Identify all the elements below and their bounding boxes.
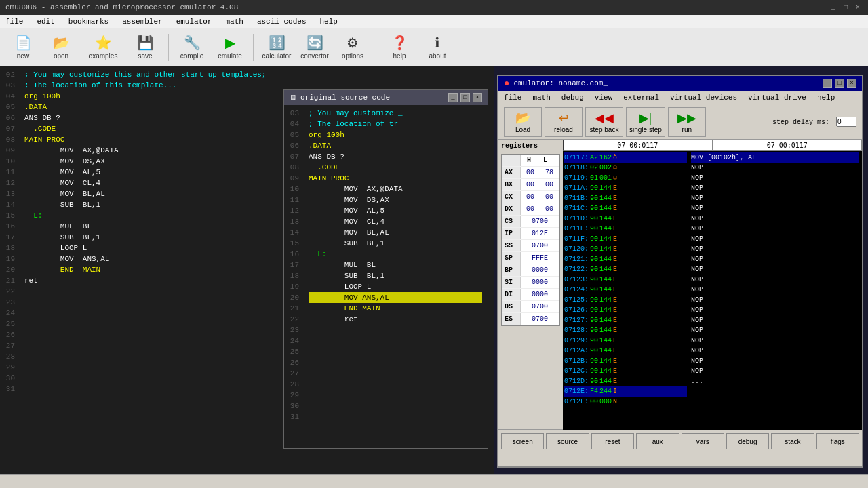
register-label: BX xyxy=(502,179,521,190)
source-code-line: MOV BL,AL xyxy=(309,227,482,238)
register-l-value[interactable]: 00 xyxy=(540,181,559,188)
memory-char: E xyxy=(613,315,617,325)
register-h-value[interactable]: 00 xyxy=(521,181,540,188)
emu-menu-external[interactable]: external xyxy=(620,94,662,102)
register-single-value[interactable]: 0000 xyxy=(521,291,559,298)
single-step-label: single step xyxy=(629,126,662,134)
convertor-button[interactable]: 🔄 convertor xyxy=(297,31,332,64)
source-code-line: org 100h xyxy=(309,129,482,140)
memory-row: 07128: 90 144 E xyxy=(564,325,687,336)
source-line-number: 19 xyxy=(288,281,299,292)
register-single-value[interactable]: 0700 xyxy=(521,218,559,225)
memory-hex2: 144 xyxy=(599,274,612,285)
close-btn[interactable]: × xyxy=(853,3,863,12)
calculator-button[interactable]: 🔢 calculator xyxy=(259,31,294,64)
menu-help[interactable]: help xyxy=(317,18,340,26)
register-single-value[interactable]: 0700 xyxy=(521,242,559,249)
menu-math[interactable]: math xyxy=(222,18,245,26)
source-minimize[interactable]: _ xyxy=(448,93,458,102)
emu-menu-virtual-devices[interactable]: virtual devices xyxy=(667,94,740,102)
new-button[interactable]: 📄 new xyxy=(5,31,41,64)
memory-row: 07124: 90 144 E xyxy=(564,285,687,295)
emulator-controls: _ □ × xyxy=(823,79,856,88)
emu-menu-file[interactable]: file xyxy=(501,94,524,102)
register-l-value[interactable]: 78 xyxy=(540,169,559,176)
menu-emulator[interactable]: emulator xyxy=(174,18,215,26)
emu-menu-math[interactable]: math xyxy=(530,94,553,102)
bottom-btn-screen[interactable]: screen xyxy=(501,433,544,449)
examples-button[interactable]: ⭐ examples xyxy=(81,31,125,64)
bottom-btn-debug[interactable]: debug xyxy=(726,433,769,449)
step-back-button[interactable]: ◀◀ step back xyxy=(585,107,623,137)
register-h-value[interactable]: 00 xyxy=(521,193,540,201)
register-single-value[interactable]: 012E xyxy=(521,230,559,237)
register-single-value[interactable]: 0000 xyxy=(521,266,559,274)
memory-char: E xyxy=(613,264,617,274)
menu-bookmarks[interactable]: bookmarks xyxy=(66,18,111,26)
register-h-value[interactable]: 00 xyxy=(521,169,540,176)
single-step-button[interactable]: ▶| single step xyxy=(626,107,665,137)
emulator-maximize[interactable]: □ xyxy=(835,79,844,88)
source-maximize[interactable]: □ xyxy=(460,93,470,102)
source-line-number: 31 xyxy=(288,411,299,422)
register-h-value[interactable]: 00 xyxy=(521,205,540,213)
maximize-btn[interactable]: □ xyxy=(841,3,850,12)
menu-edit[interactable]: edit xyxy=(34,18,57,26)
source-close[interactable]: × xyxy=(473,93,482,102)
bottom-btn-stack[interactable]: stack xyxy=(771,433,814,449)
memory-hex2: 144 xyxy=(599,366,612,376)
compile-button[interactable]: 🔧 compile xyxy=(174,31,210,64)
memory-hex2: 000 xyxy=(599,396,612,407)
bottom-btn-aux[interactable]: aux xyxy=(636,433,679,449)
memory-address: 07122: xyxy=(564,264,589,274)
step-delay-input[interactable] xyxy=(836,117,856,127)
emu-menu-help[interactable]: help xyxy=(814,94,837,102)
save-button[interactable]: 💾 save xyxy=(127,31,163,64)
bottom-btn-source[interactable]: source xyxy=(546,433,589,449)
compile-icon: 🔧 xyxy=(184,35,201,51)
menu-file[interactable]: file xyxy=(3,18,26,26)
source-code-text[interactable]: ; You may customize _; The location of t… xyxy=(303,105,488,448)
line-number: 19 xyxy=(4,253,15,264)
emulator-minimize[interactable]: _ xyxy=(823,79,832,88)
help-button[interactable]: ❓ help xyxy=(382,31,417,64)
memory-hex2: 144 xyxy=(599,224,612,234)
menu-ascii[interactable]: ascii codes xyxy=(254,18,309,26)
emu-menu-view[interactable]: view xyxy=(592,94,615,102)
emu-menu-debug[interactable]: debug xyxy=(559,94,587,102)
memory-address: 0712E: xyxy=(564,386,589,396)
menu-assembler[interactable]: assembler xyxy=(119,18,165,26)
code-line: MOV AX,@DATA xyxy=(24,145,266,156)
load-button[interactable]: 📂 Load xyxy=(504,107,542,137)
emulator-toolbar: 📂 Load ↩ reload ◀◀ step back ▶| single s… xyxy=(498,104,862,140)
run-button[interactable]: ▶▶ run xyxy=(668,107,706,137)
memory-row: 07122: 90 144 E xyxy=(564,264,687,274)
options-button[interactable]: ⚙ options xyxy=(335,31,370,64)
register-l-value[interactable]: 00 xyxy=(540,193,559,201)
about-button[interactable]: ℹ about xyxy=(420,31,455,64)
line-number: 09 xyxy=(4,145,15,156)
register-l-value[interactable]: 00 xyxy=(540,205,559,213)
bottom-btn-reset[interactable]: reset xyxy=(591,433,634,449)
emulate-button[interactable]: ▶ emulate xyxy=(212,31,248,64)
register-single-value[interactable]: FFFE xyxy=(521,254,559,262)
memory-row: 0711B: 90 144 E xyxy=(564,193,687,203)
reload-button[interactable]: ↩ reload xyxy=(545,107,583,137)
bottom-btn-flags[interactable]: flags xyxy=(816,433,859,449)
code-line: LOOP L xyxy=(24,243,266,253)
bottom-btn-vars[interactable]: vars xyxy=(682,433,724,449)
code-line: SUB BL,1 xyxy=(24,199,266,210)
register-single-value[interactable]: 0700 xyxy=(521,315,559,323)
minimize-btn[interactable]: _ xyxy=(829,3,838,12)
register-single-value[interactable]: 0000 xyxy=(521,279,559,286)
register-row: SS0700 xyxy=(502,240,559,252)
memory-panel-left: 07117: A2 162 ò07118: 02 002 ☺07119: 01 … xyxy=(563,151,688,430)
instruction-row: NOP xyxy=(691,336,859,346)
code-text[interactable]: ; You may customize this and other start… xyxy=(19,66,271,474)
register-single-value[interactable]: 0700 xyxy=(521,303,559,310)
memory-hex1: 90 xyxy=(590,183,598,193)
emu-menu-virtual-drive[interactable]: virtual drive xyxy=(745,94,809,102)
code-line: org 100h xyxy=(24,91,266,102)
open-button[interactable]: 📂 open xyxy=(43,31,79,64)
emulator-close[interactable]: × xyxy=(847,79,856,88)
